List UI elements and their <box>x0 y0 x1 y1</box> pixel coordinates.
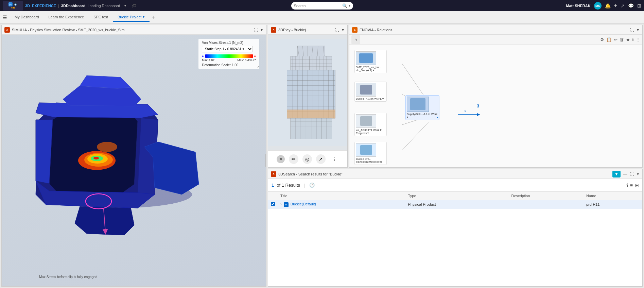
simulia-minimize-btn[interactable]: — <box>246 28 252 32</box>
3dplay-content: ✕ ✏ ◎ ↗ ⋮ <box>268 35 347 167</box>
3dsearch-maximize-btn[interactable]: ⛶ <box>629 172 635 176</box>
home-icon: ⌂ <box>354 37 357 42</box>
results-list-icon[interactable]: ≡ <box>630 183 633 188</box>
col-title: Title <box>278 192 405 200</box>
search-dropdown-icon[interactable]: ▾ <box>349 4 350 7</box>
enovia-settings-icon[interactable]: ⚙ <box>600 37 604 42</box>
search-bar: 🔍 ▾ <box>291 2 353 10</box>
3dsearch-menu-btn[interactable]: ▾ <box>636 172 640 176</box>
enovia-minimize-btn[interactable]: — <box>623 28 628 32</box>
filter-icon: ▼ <box>614 172 619 176</box>
row-title-cell: › B Buckle(Default) <box>278 200 405 209</box>
results-count: 1 <box>272 183 274 188</box>
tab-spe-test[interactable]: SPE test <box>89 13 113 22</box>
3dplay-minimize-btn[interactable]: — <box>328 28 333 32</box>
3dplay-maximize-btn[interactable]: ⛶ <box>334 28 340 32</box>
apps-icon[interactable]: ⊞ <box>637 3 641 9</box>
3dplay-share-button[interactable]: ↗ <box>316 154 326 164</box>
simulia-maximize-btn[interactable]: ⛶ <box>253 28 259 32</box>
simulia-panel-header: A SIMULIA - Physics Simulation Review - … <box>2 25 266 35</box>
enovia-node-buckle[interactable]: Buckle (A.1) in WI/PL ▾ <box>354 82 387 102</box>
brand-product: 3DDashboard <box>61 4 86 8</box>
buckle-3d-model <box>12 41 243 235</box>
collapse-panel-button[interactable]: ◀ <box>265 154 266 167</box>
tab-my-dashboard[interactable]: My Dashboard <box>10 13 44 22</box>
enovia-node-sme[interactable]: SME_2020_ws_bu... sle_Sim (A.1) ▾ <box>354 50 387 73</box>
3dsearch-minimize-btn[interactable]: — <box>623 172 628 176</box>
enovia-more-icon[interactable]: ⋮ <box>636 37 640 42</box>
app-logo[interactable]: 3D V.R <box>3 1 23 11</box>
enovia-center-node[interactable]: Supply/Deli... A.1 in Work ▾ ▾ <box>405 95 439 120</box>
search-input[interactable] <box>294 4 341 8</box>
3dplay-panel-controls: — ⛶ ▾ <box>328 28 345 32</box>
share-icon[interactable]: ↗ <box>621 3 625 9</box>
3dplay-panel-header: A 3DPlay - Buckle(... — ⛶ ▾ <box>268 25 347 35</box>
tags-icon[interactable]: 🏷 <box>132 3 136 9</box>
3dplay-panel: A 3DPlay - Buckle(... — ⛶ ▾ <box>268 25 348 168</box>
results-grid-icon[interactable]: ⊞ <box>635 183 639 188</box>
results-table: Title Type Description Name › B <box>268 192 642 209</box>
add-tab-button[interactable]: + <box>150 14 157 20</box>
3dplay-close-button[interactable]: ✕ <box>277 155 285 163</box>
nav-right: Matt SHERAK MS 🔔 + ↗ 💬 ⊞ <box>566 2 641 10</box>
main-content: A SIMULIA - Physics Simulation Review - … <box>0 23 644 288</box>
svg-marker-8 <box>80 75 131 88</box>
resize-icon[interactable]: ↗ <box>257 65 259 69</box>
enovia-dropdown-icon[interactable]: ▾ <box>437 116 438 119</box>
enovia-clipboard-icon[interactable]: 📋 <box>606 37 612 42</box>
enovia-panel-controls: — ⛶ ▾ <box>623 28 640 32</box>
enovia-node-ws[interactable]: ws_AB3E4T1 Work In Progress ▾ <box>354 113 387 136</box>
3dplay-target-button[interactable]: ◎ <box>302 154 312 164</box>
enovia-star-icon[interactable]: ★ <box>626 37 630 42</box>
enovia-delete-icon[interactable]: 🗑 <box>620 37 624 42</box>
tab-buckle-arrow[interactable]: ▾ <box>143 15 145 19</box>
tab-buckle-project[interactable]: Buckle Project ▾ <box>113 13 150 22</box>
search-icon: 🔍 <box>342 3 347 8</box>
simulia-panel-title: SIMULIA - Physics Simulation Review - SM… <box>12 28 244 32</box>
brand-sep: | <box>58 4 59 8</box>
target-icon: ◎ <box>305 156 309 162</box>
add-icon[interactable]: + <box>614 3 617 9</box>
pencil-icon: ✏ <box>292 156 296 162</box>
user-avatar[interactable]: MS <box>594 2 602 10</box>
enovia-maximize-btn[interactable]: ⛶ <box>629 28 635 32</box>
notification-icon[interactable]: 🔔 <box>605 3 611 9</box>
row-description-cell <box>508 200 583 209</box>
results-info-icon[interactable]: ℹ <box>626 183 628 188</box>
filter-button[interactable]: ▼ <box>612 171 621 177</box>
results-divider: | <box>304 183 305 188</box>
enovia-menu-btn[interactable]: ▾ <box>636 28 640 32</box>
enovia-edit-icon[interactable]: ✏ <box>614 37 617 42</box>
tab-buckle-label: Buckle Project <box>118 15 141 19</box>
row-checkbox[interactable] <box>271 202 275 206</box>
enovia-home-button[interactable]: ⌂ <box>351 35 360 44</box>
tab-learn-experience[interactable]: Learn the Experience <box>44 13 89 22</box>
hamburger-icon[interactable]: ☰ <box>3 15 7 20</box>
col-name: Name <box>584 192 642 200</box>
brand-experience-text: EXPERIENCE <box>32 4 56 8</box>
row-expand-arrow-icon[interactable]: › <box>280 202 282 206</box>
3dplay-edit-button[interactable]: ✏ <box>289 154 298 164</box>
row-type-cell: Physical Product <box>405 200 509 209</box>
simulia-panel-controls: — ⛶ ▾ <box>246 28 263 32</box>
enovia-info-icon[interactable]: ℹ <box>632 37 634 42</box>
enovia-toolbar: ⌂ ⚙ 📋 ✏ 🗑 ★ ℹ ⋮ <box>349 35 642 45</box>
enovia-node-drawing[interactable]: Buckle Dra... C124680225D00005▾ <box>354 142 387 165</box>
table-row[interactable]: › B Buckle(Default) Physical Product prd… <box>268 200 642 209</box>
close-x-icon: ✕ <box>279 157 282 162</box>
3dplay-menu-btn[interactable]: ▾ <box>341 28 345 32</box>
3dsearch-panel-icon: A <box>271 171 276 177</box>
simulia-menu-btn[interactable]: ▾ <box>260 28 263 32</box>
enovia-panel: E ENOVIA - Relations — ⛶ ▾ ⌂ ⚙ <box>349 25 643 168</box>
chat-icon[interactable]: 💬 <box>628 3 634 9</box>
3dsearch-panel-controls: — ⛶ ▾ <box>623 172 640 176</box>
enovia-node-ws-label: ws_AB3E4T1 Work In Progress ▾ <box>356 129 385 135</box>
enovia-panel-title: ENOVIA - Relations <box>360 28 621 32</box>
brand-arrow-icon[interactable]: ▼ <box>123 4 127 7</box>
row-item-name: Buckle(Default) <box>291 202 316 206</box>
results-clock-icon[interactable]: 🕐 <box>309 183 315 188</box>
3dsearch-panel: A 3DSearch - Search results for "Buckle"… <box>268 169 643 287</box>
brand-3dexperience: 3D <box>25 4 30 8</box>
3dplay-more-button[interactable]: ⋮ <box>330 154 339 164</box>
3dplay-panel-icon: A <box>271 27 276 33</box>
